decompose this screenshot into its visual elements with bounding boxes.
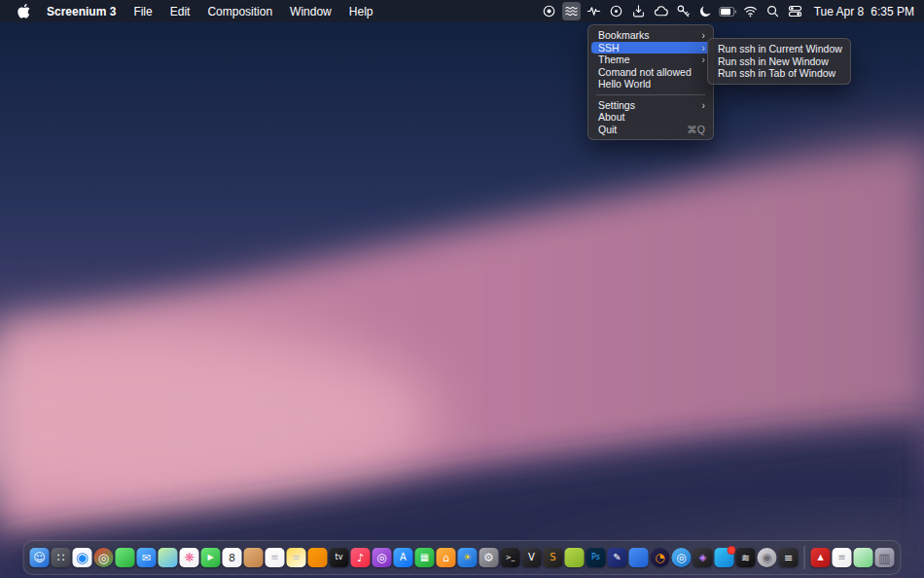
menu-item-settings[interactable]: Settings›	[591, 99, 710, 112]
dock-photos-icon[interactable]: ❋	[180, 548, 199, 567]
dock-books-icon[interactable]	[308, 548, 328, 567]
menu-help[interactable]: Help	[340, 5, 382, 18]
browser-glyph: ◎	[676, 552, 686, 563]
trash-glyph: ▥	[878, 552, 890, 564]
dock-acrobat-icon[interactable]: ▲	[811, 548, 831, 567]
dock-disc-app-icon[interactable]: ◉	[758, 548, 777, 567]
dock-music-icon[interactable]: ♪	[351, 548, 371, 567]
finder-glyph: ☺	[33, 552, 46, 563]
dock-browser-icon[interactable]: ◎	[672, 548, 692, 567]
home-glyph: ⌂	[443, 553, 449, 563]
cloud-icon[interactable]	[652, 2, 670, 20]
facetime-glyph: ▶	[207, 554, 213, 561]
dock-trash-icon[interactable]: ▥	[875, 548, 895, 567]
clock-date: Tue Apr 8	[814, 5, 865, 18]
menu-item-about[interactable]: About	[591, 111, 710, 124]
import-icon[interactable]	[629, 2, 648, 20]
dock-numbers-icon[interactable]: ▦	[415, 548, 435, 567]
dock-textedit-icon[interactable]: ≡	[833, 548, 852, 567]
menu-edit[interactable]: Edit	[161, 5, 199, 18]
firefox-glyph: ◔	[655, 552, 664, 563]
dock-firefox-icon[interactable]: ◔	[651, 548, 670, 567]
dock-finder-icon[interactable]: ☺	[30, 548, 50, 567]
mail-glyph: ✉	[142, 553, 151, 563]
chrome-glyph: ◎	[98, 552, 109, 564]
menu-item-quit[interactable]: Quit⌘Q	[591, 124, 710, 136]
submenu-item-run-ssh-in-current-window[interactable]: Run ssh in Current Window	[711, 43, 847, 55]
menu-item-label: Comand not allowed	[598, 66, 705, 79]
focus-moon-icon[interactable]	[696, 2, 715, 20]
dock: ☺∷◉◎✉❋▶8≡≡tv♪◎A▦⌂☀⚙>_VSPs✎◔◎◈≋◉≡▲≡▥	[23, 540, 902, 575]
apple-menu-icon[interactable]	[10, 4, 38, 18]
battery-icon[interactable]	[719, 2, 737, 20]
submenu-item-label: Run ssh in New Window	[718, 55, 842, 68]
menu-item-shortcut: ⌘Q	[687, 124, 705, 136]
dock-safari-icon[interactable]: ◉	[73, 548, 92, 567]
dock-notes-icon[interactable]: ≡	[287, 548, 306, 567]
dock-system-settings-icon[interactable]: ⚙	[480, 548, 499, 567]
menu-item-hello-world[interactable]: Hello World	[591, 78, 710, 90]
dock-final-cut-icon[interactable]: ◈	[693, 548, 713, 567]
wifi-icon[interactable]	[741, 2, 760, 20]
menu-item-ssh[interactable]: SSH›	[591, 42, 710, 54]
dock-terminal-icon[interactable]: >_	[501, 548, 520, 567]
key-icon[interactable]	[674, 2, 693, 20]
dock-launchpad-icon[interactable]: ∷	[52, 548, 71, 567]
dock-chrome-icon[interactable]: ◎	[94, 548, 114, 567]
dock-contacts-icon[interactable]	[244, 548, 264, 567]
dock-home-icon[interactable]: ⌂	[437, 548, 456, 567]
menu-item-label: Quit	[598, 124, 679, 136]
menu-file[interactable]: File	[124, 5, 160, 18]
menu-composition[interactable]: Composition	[198, 5, 281, 18]
dock-calendar-icon[interactable]: 8	[223, 548, 242, 567]
dock-reminders-icon[interactable]: ≡	[266, 548, 285, 567]
ssh-menu-waves-icon[interactable]	[562, 2, 581, 20]
dock-podcasts-icon[interactable]: ◎	[373, 548, 392, 567]
app-menu-title[interactable]: Screenium 3	[38, 5, 124, 18]
dock-chat-app-icon[interactable]	[715, 548, 734, 567]
dock-app-store-icon[interactable]: A	[394, 548, 413, 567]
menu-item-comand-not-allowed[interactable]: Comand not allowed	[591, 66, 710, 79]
disc-icon[interactable]	[607, 2, 625, 20]
dock-code-editor-icon[interactable]: S	[544, 548, 563, 567]
dock-weather-icon[interactable]: ☀	[458, 548, 478, 567]
design-app-glyph: ✎	[613, 553, 621, 562]
lines-app-glyph: ≡	[784, 553, 793, 563]
dock-app-blue-icon[interactable]	[629, 548, 649, 567]
menu-item-theme[interactable]: Theme›	[591, 54, 710, 66]
dock-video-app-icon[interactable]: V	[522, 548, 542, 567]
dock-maps-icon[interactable]	[159, 548, 178, 567]
dock-app-green-white-icon[interactable]	[854, 548, 873, 567]
dock-photoshop-icon[interactable]: Ps	[586, 548, 606, 567]
dock-mail-icon[interactable]: ✉	[137, 548, 157, 567]
chevron-right-icon: ›	[702, 29, 706, 42]
menubar-menus: FileEditCompositionWindowHelp	[124, 5, 381, 18]
menu-item-bookmarks[interactable]: Bookmarks›	[591, 29, 710, 42]
screen-record-icon[interactable]	[540, 2, 558, 20]
menu-item-label: SSH	[598, 42, 696, 54]
music-glyph: ♪	[357, 553, 364, 563]
menu-window[interactable]: Window	[281, 5, 340, 18]
spotlight-search-icon[interactable]	[764, 2, 782, 20]
activity-icon[interactable]	[585, 2, 603, 20]
calendar-glyph: 8	[229, 553, 235, 563]
dock-lines-app-icon[interactable]: ≡	[779, 548, 799, 567]
control-center-icon[interactable]	[786, 2, 804, 20]
video-app-glyph: V	[528, 553, 535, 562]
dock-facetime-icon[interactable]: ▶	[201, 548, 221, 567]
menubar-clock[interactable]: Tue Apr 8 6:35 PM	[814, 5, 914, 18]
numbers-glyph: ▦	[420, 553, 429, 562]
ssh-submenu: Run ssh in Current WindowRun ssh in New …	[707, 38, 851, 85]
dock-messages-icon[interactable]	[116, 548, 135, 567]
acrobat-glyph: ▲	[817, 554, 823, 561]
dock-tv-icon[interactable]: tv	[330, 548, 349, 567]
dock-app-green-icon[interactable]	[565, 548, 585, 567]
dock-screenium-icon[interactable]: ≋	[736, 548, 756, 567]
dock-design-app-icon[interactable]: ✎	[608, 548, 627, 567]
menubar-status	[540, 2, 804, 20]
weather-glyph: ☀	[463, 553, 472, 562]
desktop[interactable]: Screenium 3 FileEditCompositionWindowHel…	[0, 0, 924, 578]
submenu-item-run-ssh-in-new-window[interactable]: Run ssh in New Window	[711, 55, 847, 68]
submenu-item-run-ssh-in-tab-of-window[interactable]: Run ssh in Tab of Window	[711, 67, 847, 80]
app-store-glyph: A	[400, 553, 407, 562]
